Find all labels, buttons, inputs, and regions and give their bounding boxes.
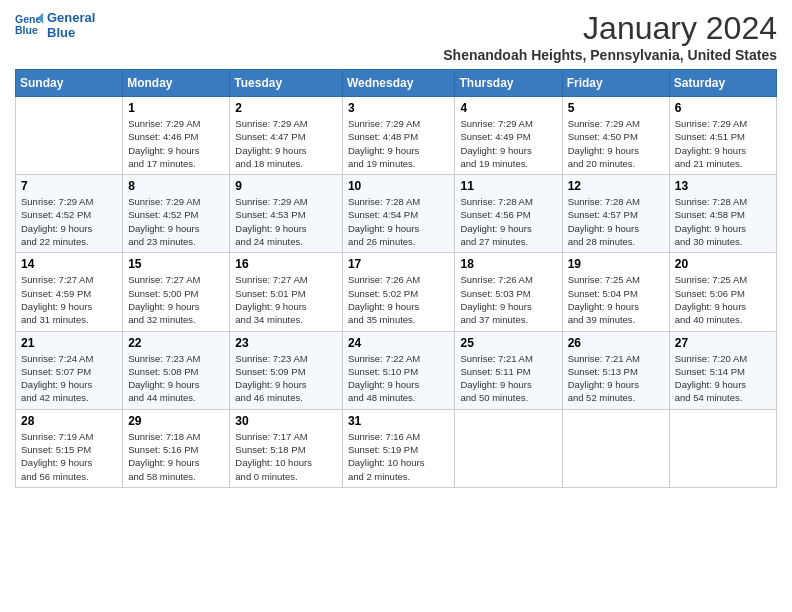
week-row-2: 14Sunrise: 7:27 AM Sunset: 4:59 PM Dayli… [16, 253, 777, 331]
day-number: 25 [460, 336, 556, 350]
day-cell: 9Sunrise: 7:29 AM Sunset: 4:53 PM Daylig… [230, 175, 343, 253]
day-cell: 5Sunrise: 7:29 AM Sunset: 4:50 PM Daylig… [562, 97, 669, 175]
day-number: 15 [128, 257, 224, 271]
day-cell: 1Sunrise: 7:29 AM Sunset: 4:46 PM Daylig… [123, 97, 230, 175]
day-number: 11 [460, 179, 556, 193]
day-info: Sunrise: 7:28 AM Sunset: 4:58 PM Dayligh… [675, 195, 771, 248]
day-info: Sunrise: 7:27 AM Sunset: 5:00 PM Dayligh… [128, 273, 224, 326]
day-cell: 15Sunrise: 7:27 AM Sunset: 5:00 PM Dayli… [123, 253, 230, 331]
day-number: 31 [348, 414, 450, 428]
day-info: Sunrise: 7:29 AM Sunset: 4:47 PM Dayligh… [235, 117, 337, 170]
day-number: 28 [21, 414, 117, 428]
day-cell: 10Sunrise: 7:28 AM Sunset: 4:54 PM Dayli… [342, 175, 455, 253]
day-number: 30 [235, 414, 337, 428]
day-number: 7 [21, 179, 117, 193]
day-number: 17 [348, 257, 450, 271]
logo-line2: Blue [47, 25, 95, 40]
day-header-saturday: Saturday [669, 70, 776, 97]
day-number: 20 [675, 257, 771, 271]
day-info: Sunrise: 7:26 AM Sunset: 5:02 PM Dayligh… [348, 273, 450, 326]
day-number: 2 [235, 101, 337, 115]
day-info: Sunrise: 7:28 AM Sunset: 4:56 PM Dayligh… [460, 195, 556, 248]
day-cell: 11Sunrise: 7:28 AM Sunset: 4:56 PM Dayli… [455, 175, 562, 253]
day-info: Sunrise: 7:18 AM Sunset: 5:16 PM Dayligh… [128, 430, 224, 483]
day-cell: 13Sunrise: 7:28 AM Sunset: 4:58 PM Dayli… [669, 175, 776, 253]
day-cell: 6Sunrise: 7:29 AM Sunset: 4:51 PM Daylig… [669, 97, 776, 175]
day-info: Sunrise: 7:24 AM Sunset: 5:07 PM Dayligh… [21, 352, 117, 405]
day-header-tuesday: Tuesday [230, 70, 343, 97]
day-info: Sunrise: 7:26 AM Sunset: 5:03 PM Dayligh… [460, 273, 556, 326]
day-cell: 25Sunrise: 7:21 AM Sunset: 5:11 PM Dayli… [455, 331, 562, 409]
day-number: 10 [348, 179, 450, 193]
calendar-body: 1Sunrise: 7:29 AM Sunset: 4:46 PM Daylig… [16, 97, 777, 488]
day-number: 27 [675, 336, 771, 350]
month-title: January 2024 [443, 10, 777, 47]
day-cell: 26Sunrise: 7:21 AM Sunset: 5:13 PM Dayli… [562, 331, 669, 409]
day-cell: 30Sunrise: 7:17 AM Sunset: 5:18 PM Dayli… [230, 409, 343, 487]
day-info: Sunrise: 7:21 AM Sunset: 5:13 PM Dayligh… [568, 352, 664, 405]
day-cell: 27Sunrise: 7:20 AM Sunset: 5:14 PM Dayli… [669, 331, 776, 409]
day-number: 24 [348, 336, 450, 350]
day-info: Sunrise: 7:29 AM Sunset: 4:46 PM Dayligh… [128, 117, 224, 170]
day-info: Sunrise: 7:29 AM Sunset: 4:48 PM Dayligh… [348, 117, 450, 170]
day-number: 8 [128, 179, 224, 193]
day-cell: 20Sunrise: 7:25 AM Sunset: 5:06 PM Dayli… [669, 253, 776, 331]
day-number: 23 [235, 336, 337, 350]
week-row-0: 1Sunrise: 7:29 AM Sunset: 4:46 PM Daylig… [16, 97, 777, 175]
day-number: 3 [348, 101, 450, 115]
day-header-monday: Monday [123, 70, 230, 97]
title-area: January 2024 Shenandoah Heights, Pennsyl… [443, 10, 777, 63]
day-number: 4 [460, 101, 556, 115]
day-info: Sunrise: 7:21 AM Sunset: 5:11 PM Dayligh… [460, 352, 556, 405]
day-cell [669, 409, 776, 487]
day-number: 9 [235, 179, 337, 193]
day-cell: 19Sunrise: 7:25 AM Sunset: 5:04 PM Dayli… [562, 253, 669, 331]
day-number: 16 [235, 257, 337, 271]
day-number: 13 [675, 179, 771, 193]
day-number: 5 [568, 101, 664, 115]
day-cell: 8Sunrise: 7:29 AM Sunset: 4:52 PM Daylig… [123, 175, 230, 253]
day-number: 14 [21, 257, 117, 271]
day-info: Sunrise: 7:20 AM Sunset: 5:14 PM Dayligh… [675, 352, 771, 405]
day-info: Sunrise: 7:25 AM Sunset: 5:04 PM Dayligh… [568, 273, 664, 326]
day-number: 22 [128, 336, 224, 350]
day-info: Sunrise: 7:29 AM Sunset: 4:53 PM Dayligh… [235, 195, 337, 248]
day-header-sunday: Sunday [16, 70, 123, 97]
day-header-wednesday: Wednesday [342, 70, 455, 97]
day-info: Sunrise: 7:29 AM Sunset: 4:50 PM Dayligh… [568, 117, 664, 170]
calendar-header-row: SundayMondayTuesdayWednesdayThursdayFrid… [16, 70, 777, 97]
day-number: 1 [128, 101, 224, 115]
day-cell: 17Sunrise: 7:26 AM Sunset: 5:02 PM Dayli… [342, 253, 455, 331]
day-cell: 12Sunrise: 7:28 AM Sunset: 4:57 PM Dayli… [562, 175, 669, 253]
day-info: Sunrise: 7:25 AM Sunset: 5:06 PM Dayligh… [675, 273, 771, 326]
week-row-4: 28Sunrise: 7:19 AM Sunset: 5:15 PM Dayli… [16, 409, 777, 487]
day-cell: 22Sunrise: 7:23 AM Sunset: 5:08 PM Dayli… [123, 331, 230, 409]
calendar-table: SundayMondayTuesdayWednesdayThursdayFrid… [15, 69, 777, 488]
week-row-3: 21Sunrise: 7:24 AM Sunset: 5:07 PM Dayli… [16, 331, 777, 409]
day-info: Sunrise: 7:16 AM Sunset: 5:19 PM Dayligh… [348, 430, 450, 483]
day-info: Sunrise: 7:23 AM Sunset: 5:09 PM Dayligh… [235, 352, 337, 405]
day-cell: 3Sunrise: 7:29 AM Sunset: 4:48 PM Daylig… [342, 97, 455, 175]
logo-line1: General [47, 10, 95, 25]
day-number: 6 [675, 101, 771, 115]
day-cell [16, 97, 123, 175]
day-info: Sunrise: 7:23 AM Sunset: 5:08 PM Dayligh… [128, 352, 224, 405]
week-row-1: 7Sunrise: 7:29 AM Sunset: 4:52 PM Daylig… [16, 175, 777, 253]
day-cell: 4Sunrise: 7:29 AM Sunset: 4:49 PM Daylig… [455, 97, 562, 175]
day-info: Sunrise: 7:17 AM Sunset: 5:18 PM Dayligh… [235, 430, 337, 483]
day-cell: 18Sunrise: 7:26 AM Sunset: 5:03 PM Dayli… [455, 253, 562, 331]
day-cell: 14Sunrise: 7:27 AM Sunset: 4:59 PM Dayli… [16, 253, 123, 331]
day-cell: 21Sunrise: 7:24 AM Sunset: 5:07 PM Dayli… [16, 331, 123, 409]
day-header-friday: Friday [562, 70, 669, 97]
day-cell: 23Sunrise: 7:23 AM Sunset: 5:09 PM Dayli… [230, 331, 343, 409]
day-cell: 28Sunrise: 7:19 AM Sunset: 5:15 PM Dayli… [16, 409, 123, 487]
day-number: 12 [568, 179, 664, 193]
day-cell: 7Sunrise: 7:29 AM Sunset: 4:52 PM Daylig… [16, 175, 123, 253]
day-number: 26 [568, 336, 664, 350]
subtitle: Shenandoah Heights, Pennsylvania, United… [443, 47, 777, 63]
day-cell [455, 409, 562, 487]
day-cell: 2Sunrise: 7:29 AM Sunset: 4:47 PM Daylig… [230, 97, 343, 175]
svg-text:Blue: Blue [15, 24, 38, 36]
day-info: Sunrise: 7:28 AM Sunset: 4:54 PM Dayligh… [348, 195, 450, 248]
logo: General Blue General Blue [15, 10, 95, 40]
